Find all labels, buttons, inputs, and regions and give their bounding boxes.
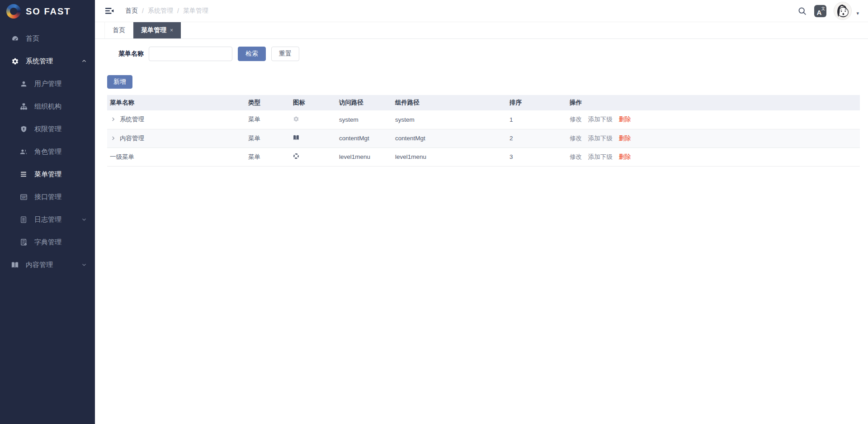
edit-link[interactable]: 修改	[570, 135, 582, 142]
table-row: 一级菜单 菜单 level1menu level1menu 3 修改 添加下级 …	[107, 148, 860, 166]
edit-link[interactable]: 修改	[570, 116, 582, 123]
main-area: 首页 / 系统管理 / 菜单管理 A 文 ▾ 首页 菜单管理 ×	[95, 0, 868, 424]
menu-table: 菜单名称 类型 图标 访问路径 组件路径 排序 操作 系统管理 菜单	[107, 95, 860, 167]
cell-component: system	[392, 110, 507, 129]
expand-row-icon[interactable]	[111, 117, 116, 122]
sidebar-nav: 首页 系统管理 用户管理 组织机构	[0, 27, 95, 276]
api-icon: API	[19, 193, 28, 201]
gear-icon	[293, 116, 299, 122]
caret-down-icon[interactable]: ▾	[856, 6, 859, 16]
sidebar-item-logs[interactable]: 日志管理	[0, 208, 95, 231]
dict-icon	[19, 238, 28, 246]
shield-icon	[19, 125, 28, 133]
avatar[interactable]	[834, 2, 852, 20]
cell-menu-name: 系统管理	[120, 116, 144, 123]
cell-type: 菜单	[245, 110, 290, 129]
cell-component: level1menu	[392, 148, 507, 166]
cell-path: level1menu	[336, 148, 392, 166]
sidebar-item-users[interactable]: 用户管理	[0, 72, 95, 95]
cell-menu-name: 一级菜单	[110, 153, 134, 160]
edit-link[interactable]: 修改	[570, 153, 582, 160]
roles-icon	[19, 148, 28, 156]
logo: SO FAST	[0, 0, 95, 23]
delete-link[interactable]: 删除	[619, 116, 631, 123]
sidebar-item-system[interactable]: 系统管理	[0, 50, 95, 72]
org-tree-icon	[19, 102, 28, 110]
col-path: 访问路径	[336, 95, 392, 110]
tab-strip: 首页 菜单管理 ×	[95, 22, 868, 39]
search-form: 菜单名称 检索 重置	[118, 47, 860, 61]
cell-menu-name: 内容管理	[120, 135, 144, 142]
search-button[interactable]: 检索	[238, 47, 266, 61]
cell-component: contentMgt	[392, 129, 507, 148]
menu-fold-icon[interactable]	[104, 5, 115, 17]
col-actions: 操作	[567, 95, 860, 110]
translate-icon[interactable]: A 文	[814, 5, 826, 17]
tab-home[interactable]: 首页	[104, 22, 133, 38]
cell-path: system	[336, 110, 392, 129]
col-icon: 图标	[290, 95, 336, 110]
tab-menus[interactable]: 菜单管理 ×	[133, 22, 181, 38]
sidebar-item-org[interactable]: 组织机构	[0, 95, 95, 118]
table-row: 系统管理 菜单 system system 1 修改 添加下级 删除	[107, 110, 860, 129]
delete-link[interactable]: 删除	[619, 135, 631, 142]
svg-text:API: API	[21, 196, 25, 199]
table-toolbar: 新增	[107, 75, 860, 89]
log-icon	[19, 215, 28, 224]
add-child-link[interactable]: 添加下级	[588, 135, 613, 142]
cell-type: 菜单	[245, 129, 290, 148]
sidebar-item-dictionary[interactable]: 字典管理	[0, 231, 95, 253]
breadcrumb-separator: /	[177, 7, 179, 14]
add-child-link[interactable]: 添加下级	[588, 116, 613, 123]
sidebar-item-label: 角色管理	[34, 148, 61, 156]
topbar-right: A 文 ▾	[797, 2, 859, 20]
col-menu-name: 菜单名称	[107, 95, 245, 110]
translate-char: 文	[821, 6, 825, 12]
breadcrumb-separator: /	[142, 7, 144, 14]
table-header-row: 菜单名称 类型 图标 访问路径 组件路径 排序 操作	[107, 95, 860, 110]
topbar: 首页 / 系统管理 / 菜单管理 A 文 ▾	[95, 0, 868, 22]
sidebar-item-home[interactable]: 首页	[0, 27, 95, 50]
search-icon[interactable]	[797, 6, 807, 16]
sidebar-item-label: 权限管理	[34, 125, 61, 133]
chevron-up-icon	[81, 58, 87, 64]
menu-name-input[interactable]	[149, 47, 232, 61]
breadcrumb-menus[interactable]: 菜单管理	[183, 7, 208, 15]
close-icon[interactable]: ×	[170, 27, 173, 33]
breadcrumb-home[interactable]: 首页	[125, 7, 138, 15]
reset-button[interactable]: 重置	[271, 47, 299, 61]
chevron-down-icon	[81, 217, 87, 222]
brand-title: SO FAST	[26, 6, 71, 17]
cell-type: 菜单	[245, 148, 290, 166]
delete-link[interactable]: 删除	[619, 153, 631, 160]
cell-sort: 1	[507, 110, 567, 129]
book-icon	[293, 134, 299, 141]
add-child-link[interactable]: 添加下级	[588, 153, 613, 160]
content-panel: 菜单名称 检索 重置 新增 菜单名称 类型 图标 访问路径 组件路径 排序	[95, 39, 868, 424]
book-icon	[11, 261, 19, 269]
sidebar-item-permissions[interactable]: 权限管理	[0, 118, 95, 140]
sidebar-item-label: 字典管理	[34, 238, 61, 247]
swirl-logo-icon	[6, 4, 21, 19]
sidebar-item-content[interactable]: 内容管理	[0, 253, 95, 276]
sidebar-item-menus[interactable]: 菜单管理	[0, 163, 95, 186]
expand-row-icon[interactable]	[111, 136, 116, 141]
search-field-label: 菜单名称	[118, 50, 144, 58]
cell-sort: 3	[507, 148, 567, 166]
sidebar-item-api[interactable]: API 接口管理	[0, 186, 95, 208]
tab-label: 菜单管理	[141, 26, 166, 34]
gear-icon	[11, 57, 19, 65]
add-button[interactable]: 新增	[107, 75, 132, 89]
sidebar-item-roles[interactable]: 角色管理	[0, 140, 95, 163]
user-icon	[19, 80, 28, 88]
tab-label: 首页	[113, 26, 125, 34]
col-component: 组件路径	[392, 95, 507, 110]
dashboard-icon	[11, 34, 19, 43]
sidebar-item-label: 组织机构	[34, 102, 61, 111]
chevron-down-icon	[81, 262, 87, 267]
sidebar-item-label: 系统管理	[26, 57, 53, 66]
sidebar-item-label: 首页	[26, 34, 39, 43]
breadcrumb-system[interactable]: 系统管理	[148, 7, 173, 15]
sidebar: SO FAST 首页 系统管理 用户管理	[0, 0, 95, 424]
sidebar-item-label: 用户管理	[34, 80, 61, 88]
